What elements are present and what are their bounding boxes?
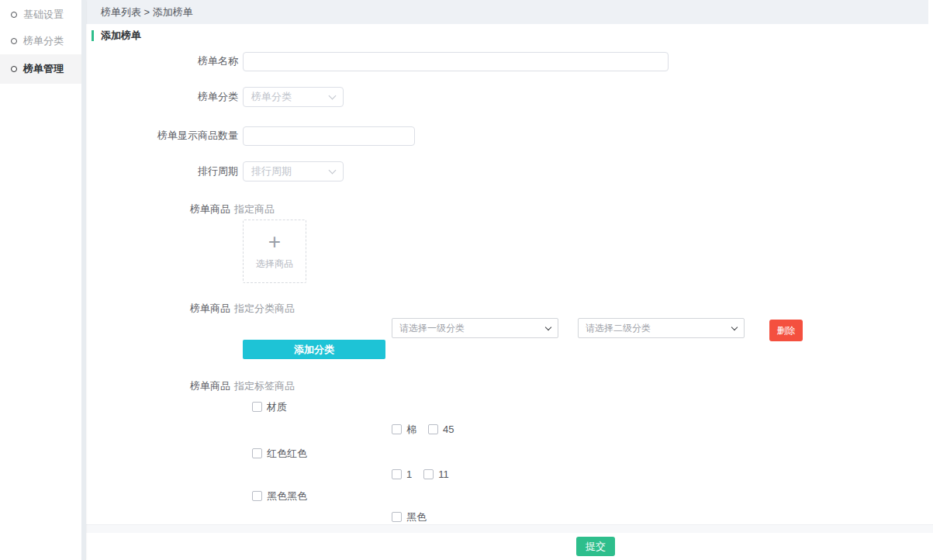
- display-count-field-label: 榜单显示商品数量: [86, 130, 238, 142]
- select-goods-picker-label: 选择商品: [256, 258, 293, 271]
- breadcrumb-text: 榜单列表 > 添加榜单: [101, 6, 193, 18]
- tag-group-row: 黑色黑色: [252, 490, 307, 502]
- sidebar-divider: [81, 0, 86, 560]
- checkbox-icon: [392, 469, 402, 479]
- ranking-period-select[interactable]: 排行周期: [243, 161, 344, 181]
- name-field-label: 榜单名称: [86, 55, 238, 67]
- checkbox-label: 11: [438, 468, 449, 480]
- tag-goods-label: 榜单商品 指定标签商品: [86, 380, 295, 392]
- checkbox-icon: [392, 512, 402, 522]
- select-placeholder: 请选择二级分类: [586, 322, 651, 335]
- goods-field-sublabel: 指定分类商品: [234, 302, 295, 315]
- checkbox-icon: [392, 424, 402, 434]
- sidebar-item-ranking-management[interactable]: 榜单管理: [0, 54, 81, 84]
- tag-child-checkbox[interactable]: 1: [392, 468, 412, 480]
- specified-goods-label: 榜单商品 指定商品: [86, 203, 275, 216]
- tag-child-checkbox[interactable]: 棉: [392, 423, 416, 437]
- sidebar-item-ranking-category[interactable]: 榜单分类: [0, 28, 81, 54]
- chevron-down-icon: [731, 323, 738, 330]
- select-placeholder: 排行周期: [251, 164, 292, 178]
- tag-child-checkbox[interactable]: 黑色: [392, 510, 427, 524]
- app-window: 基础设置 榜单分类 榜单管理 榜单列表 > 添加榜单 添加榜单 榜单名称 榜单分…: [0, 0, 933, 560]
- tag-group-row: 材质: [252, 401, 287, 413]
- sidebar-item-basic-settings[interactable]: 基础设置: [0, 2, 81, 28]
- tag-group-checkbox-hongse[interactable]: 红色红色: [252, 447, 307, 461]
- circle-icon: [11, 66, 17, 72]
- tag-child-checkbox[interactable]: 11: [423, 468, 449, 480]
- tag-children-row: 棉 45: [392, 423, 454, 435]
- goods-field-label: 榜单商品: [86, 203, 230, 216]
- category-goods-label: 榜单商品 指定分类商品: [86, 302, 295, 315]
- title-accent-bar: [92, 30, 94, 41]
- ranking-name-input[interactable]: [243, 52, 669, 71]
- breadcrumb: 榜单列表 > 添加榜单: [86, 0, 928, 24]
- sidebar-item-label: 基础设置: [23, 8, 64, 22]
- add-category-button[interactable]: 添加分类: [243, 340, 385, 359]
- content-footer-divider: [86, 524, 933, 533]
- page-title: 添加榜单: [92, 29, 141, 43]
- goods-field-sublabel: 指定商品: [234, 203, 275, 216]
- checkbox-icon: [252, 402, 262, 412]
- checkbox-label: 棉: [406, 423, 416, 437]
- checkbox-icon: [252, 491, 262, 501]
- select-placeholder: 榜单分类: [251, 90, 292, 104]
- footer-bar: 提交: [86, 533, 933, 560]
- checkbox-icon: [252, 448, 262, 458]
- delete-category-row-button[interactable]: 删除: [769, 320, 803, 341]
- sidebar: 基础设置 榜单分类 榜单管理: [0, 0, 81, 560]
- page-title-text: 添加榜单: [101, 29, 141, 43]
- level1-category-select[interactable]: 请选择一级分类: [392, 318, 558, 338]
- plus-icon: +: [268, 232, 281, 252]
- tag-group-row: 红色红色: [252, 448, 307, 459]
- tag-child-checkbox[interactable]: 45: [428, 423, 454, 435]
- select-goods-picker[interactable]: + 选择商品: [243, 220, 306, 283]
- tag-children-row: 黑色: [392, 511, 427, 523]
- sidebar-item-label: 榜单管理: [23, 62, 64, 76]
- circle-icon: [11, 12, 17, 18]
- goods-field-label: 榜单商品: [86, 302, 230, 315]
- tag-children-row: 1 11: [392, 468, 449, 480]
- display-count-input[interactable]: [243, 126, 415, 146]
- checkbox-label: 1: [406, 468, 412, 480]
- circle-icon: [11, 38, 17, 44]
- chevron-down-icon: [329, 166, 337, 174]
- goods-field-sublabel: 指定标签商品: [234, 380, 295, 392]
- checkbox-label: 材质: [267, 400, 287, 414]
- period-field-label: 排行周期: [86, 165, 238, 178]
- checkbox-label: 黑色: [406, 510, 427, 524]
- checkbox-icon: [428, 424, 438, 434]
- checkbox-label: 黑色黑色: [267, 489, 307, 503]
- tag-group-checkbox-heise[interactable]: 黑色黑色: [252, 489, 307, 503]
- checkbox-icon: [423, 469, 434, 479]
- main-content: 榜单列表 > 添加榜单 添加榜单 榜单名称 榜单分类 榜单分类 榜单显示商品数量…: [86, 0, 933, 560]
- goods-field-label: 榜单商品: [86, 380, 230, 392]
- checkbox-label: 红色红色: [267, 447, 307, 461]
- tag-group-checkbox-caizhi[interactable]: 材质: [252, 400, 287, 414]
- submit-button[interactable]: 提交: [576, 537, 615, 556]
- select-placeholder: 请选择一级分类: [399, 322, 465, 335]
- chevron-down-icon: [329, 92, 337, 99]
- ranking-category-select[interactable]: 榜单分类: [243, 87, 344, 107]
- chevron-down-icon: [545, 323, 551, 330]
- checkbox-label: 45: [443, 423, 454, 435]
- category-field-label: 榜单分类: [86, 91, 238, 103]
- sidebar-item-label: 榜单分类: [23, 34, 64, 48]
- level2-category-select[interactable]: 请选择二级分类: [578, 318, 745, 338]
